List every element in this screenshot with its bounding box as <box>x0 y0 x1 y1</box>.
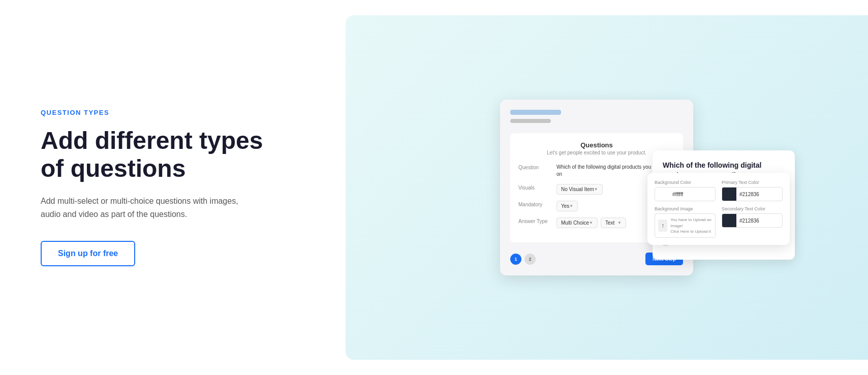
secondary-text-color-input[interactable]: #212836 <box>722 213 783 228</box>
secondary-text-label: Secondary Text Color <box>722 206 783 211</box>
card-header <box>510 110 683 123</box>
visuals-value: No Visual Item <box>561 186 594 192</box>
answer-type-controls: Multi Choice ▼ Text ▼ <box>556 217 626 228</box>
page-wrapper: QUESTION TYPES Add different types of qu… <box>0 0 868 375</box>
bg-image-section: Background Image ↑ You have to Upload an… <box>655 206 716 238</box>
chevron-down-icon: ▼ <box>617 221 622 225</box>
questions-subtitle: Let's get people excited to use your pro… <box>518 150 675 155</box>
bg-color-hex: #ffffff <box>669 192 686 197</box>
multi-choice-value: Multi Choice <box>561 220 589 226</box>
mandatory-dropdown[interactable]: Yes ▼ <box>556 201 578 211</box>
header-bar-blue <box>510 110 561 115</box>
bg-image-upload[interactable]: ↑ You have to Upload an Image! Click Her… <box>655 213 716 238</box>
visuals-dropdown[interactable]: No Visual Item ▼ <box>556 184 603 195</box>
primary-text-color-input[interactable]: #212836 <box>722 187 783 201</box>
bg-image-label: Background Image <box>655 206 716 211</box>
main-heading: Add different types of questions <box>41 127 264 182</box>
primary-text-swatch <box>722 188 736 201</box>
mandatory-label: Mandatory <box>518 201 551 207</box>
primary-text-hex: #212836 <box>736 192 762 197</box>
header-bar-gray <box>510 119 551 123</box>
upload-icon: ↑ <box>658 220 667 232</box>
description: Add multi-select or multi-choice questio… <box>41 195 254 221</box>
section-label: QUESTION TYPES <box>41 109 264 116</box>
multi-choice-dropdown[interactable]: Multi Choice ▼ <box>556 217 598 228</box>
bg-color-swatch <box>655 188 669 201</box>
pagination: 1 2 <box>510 254 536 265</box>
secondary-text-swatch <box>722 214 736 227</box>
text-value: Text <box>605 220 614 226</box>
upload-text: You have to Upload an Image! Click Here … <box>670 217 712 234</box>
chevron-down-icon: ▼ <box>589 221 593 225</box>
mandatory-value: Yes <box>561 203 569 209</box>
secondary-text-hex: #212836 <box>736 218 762 224</box>
chevron-down-icon: ▼ <box>594 187 598 192</box>
color-grid: Background Color #ffffff Primary Text Co… <box>655 180 783 201</box>
bg-color-label: Background Color <box>655 180 716 185</box>
text-dropdown[interactable]: Text ▼ <box>601 217 626 228</box>
answer-type-label: Answer Type <box>518 217 551 224</box>
mockup-container: Questions Let's get people excited to us… <box>500 100 693 275</box>
primary-text-label: Primary Text Color <box>722 180 783 185</box>
visuals-label: Visuals <box>518 184 551 191</box>
left-section: QUESTION TYPES Add different types of qu… <box>0 78 305 297</box>
secondary-text-color-section: Secondary Text Color #212836 <box>722 206 783 238</box>
right-section: Questions Let's get people excited to us… <box>305 0 868 375</box>
signup-button[interactable]: Sign up for free <box>41 241 135 266</box>
bottom-color-grid: Background Image ↑ You have to Upload an… <box>655 206 783 238</box>
color-settings-card: Background Color #ffffff Primary Text Co… <box>647 173 790 245</box>
question-label: Question <box>518 164 551 170</box>
questions-title: Questions <box>518 141 675 149</box>
chevron-down-icon: ▼ <box>569 204 573 208</box>
page-1-dot[interactable]: 1 <box>510 254 521 265</box>
bg-color-section: Background Color #ffffff <box>655 180 716 201</box>
page-2-dot[interactable]: 2 <box>524 254 536 265</box>
bg-color-input[interactable]: #ffffff <box>655 187 716 201</box>
primary-text-color-section: Primary Text Color #212836 <box>722 180 783 201</box>
